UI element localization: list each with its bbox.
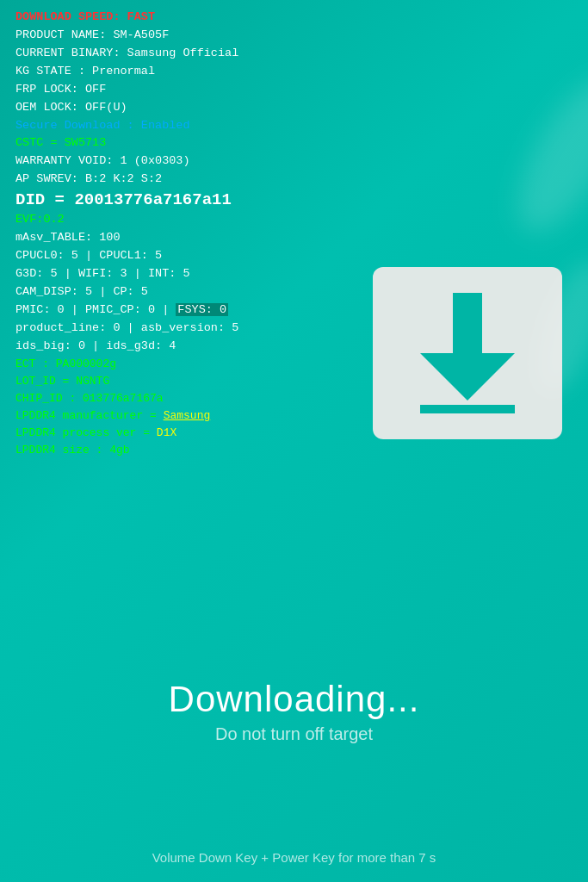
ap-swrev-line: AP SWREV: B:2 K:2 S:2 [15, 171, 573, 189]
warranty-line: WARRANTY VOID: 1 (0x0303) [15, 152, 573, 171]
download-speed-line: DOWNLOAD SPEED: FAST [15, 9, 573, 27]
svg-rect-2 [420, 405, 515, 413]
download-arrow-icon [412, 293, 523, 413]
svg-marker-1 [420, 353, 515, 401]
evf-line: EVF:0.2 [15, 211, 573, 229]
do-not-turn-text: Do not turn off target [0, 724, 588, 744]
kg-state-line: KG STATE : Prenormal [15, 63, 573, 81]
product-name-line: PRODUCT NAME: SM-A505F [15, 27, 573, 45]
masv-line: mAsv_TABLE: 100 [15, 229, 573, 247]
oem-lock-line: OEM LOCK: OFF(U) [15, 99, 573, 117]
svg-rect-0 [453, 293, 482, 353]
did-line: DID = 20013776a7167a11 [15, 190, 573, 209]
frp-lock-line: FRP LOCK: OFF [15, 81, 573, 99]
secure-download-line: Secure Download : Enabled [15, 117, 573, 135]
downloading-section: Downloading... Do not turn off target [0, 679, 588, 744]
volume-key-text: Volume Down Key + Power Key for more tha… [0, 850, 588, 865]
lpddr4-size-line: LPDDR4 size : 4gb [15, 442, 573, 459]
cst-line: CSTC = SW5713 [15, 134, 573, 152]
download-icon-area [373, 267, 562, 439]
current-binary-line: CURRENT BINARY: Samsung Official [15, 45, 573, 63]
samsung-download-screen: DOWNLOAD SPEED: FAST PRODUCT NAME: SM-A5… [0, 0, 588, 882]
cpucl-line: CPUCL0: 5 | CPUCL1: 5 [15, 247, 573, 265]
downloading-text: Downloading... [0, 679, 588, 720]
